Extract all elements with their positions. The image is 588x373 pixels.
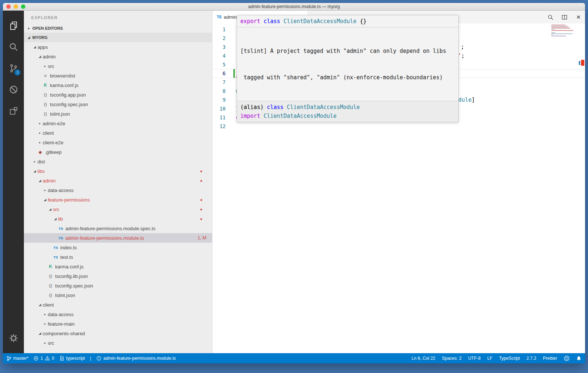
cursor-position[interactable]: Ln 6, Col 22 bbox=[412, 356, 435, 361]
tree-item-tslint.json[interactable]: {}tslint.json bbox=[24, 290, 212, 300]
tree-item-karma.conf.js[interactable]: Kkarma.conf.js bbox=[24, 262, 212, 271]
encoding-indicator[interactable]: UTF-8 bbox=[468, 356, 481, 361]
line-number[interactable]: 2 bbox=[212, 35, 226, 41]
line-number[interactable]: 8 bbox=[212, 88, 226, 94]
folder-expanded-arrow-icon: ◢ bbox=[53, 217, 58, 221]
indentation-label: Spaces: 2 bbox=[442, 356, 462, 361]
tree-item-apps[interactable]: ◢apps bbox=[24, 42, 212, 52]
close-window-button[interactable] bbox=[6, 4, 11, 9]
tree-item-admin-feature-permissions.module.spec.ts[interactable]: TSadmin-feature-permissions.module.spec.… bbox=[24, 224, 212, 233]
tslint-status[interactable]: typescript bbox=[60, 356, 85, 361]
feedback-button[interactable] bbox=[564, 355, 570, 361]
code-line-12[interactable]: 12 bbox=[212, 122, 585, 131]
workspace-label: MYORG bbox=[32, 35, 48, 40]
formatter-indicator[interactable]: Prettier bbox=[543, 356, 557, 361]
git-modified-dot: ● bbox=[200, 217, 202, 221]
tree-item-src[interactable]: ▸src bbox=[24, 338, 212, 348]
tree-item-admin-e2e[interactable]: ▸admin-e2e bbox=[24, 119, 212, 128]
tree-item-tslint.json[interactable]: {}tslint.json bbox=[24, 109, 212, 119]
formatter-label: Prettier bbox=[543, 356, 557, 361]
tree-item-label: admin-feature-permissions.module.ts bbox=[65, 235, 144, 241]
tree-item-data-access[interactable]: ▸data-access bbox=[24, 309, 212, 319]
workspace-section-header[interactable]: ◢ MYORG bbox=[24, 33, 212, 42]
search-activity-button[interactable] bbox=[3, 36, 24, 58]
tree-item-label: tslint.json bbox=[50, 111, 70, 117]
line-number[interactable]: 6 bbox=[212, 70, 226, 76]
tree-item-admin[interactable]: ◢admin bbox=[24, 52, 212, 61]
folder-collapsed-arrow-icon: ▸ bbox=[37, 131, 43, 135]
tree-item-components-shared[interactable]: ◢components-shared bbox=[24, 329, 212, 338]
folder-expanded-arrow-icon: ◢ bbox=[32, 169, 37, 173]
file-problems-indicator[interactable]: admin-feature-permissions.module.ts bbox=[96, 356, 176, 361]
line-number[interactable]: 5 bbox=[212, 62, 226, 68]
editor-actions: ✕ bbox=[547, 11, 582, 23]
tree-item-browserslist[interactable]: ≡browserslist bbox=[24, 71, 212, 80]
settings-gear-button[interactable] bbox=[3, 327, 24, 349]
tree-item-data-access[interactable]: ▸data-access bbox=[24, 185, 212, 195]
minimap-line bbox=[551, 27, 569, 28]
eol-label: LF bbox=[487, 356, 492, 361]
tree-item-label: admin bbox=[43, 54, 55, 59]
status-bar: master* 1 0 typescript bbox=[3, 353, 585, 363]
tree-item-.gitkeep[interactable]: ◆.gitkeep bbox=[24, 147, 212, 157]
problems-indicator[interactable]: 1 0 bbox=[33, 356, 54, 361]
git-branch-indicator[interactable]: master* bbox=[7, 356, 28, 361]
tree-item-src[interactable]: ◢src● bbox=[24, 204, 212, 214]
line-number[interactable]: 4 bbox=[212, 53, 226, 59]
tree-item-libs[interactable]: ◢libs● bbox=[24, 166, 212, 176]
tree-item-dist[interactable]: ▸dist bbox=[24, 157, 212, 166]
line-number[interactable]: 7 bbox=[212, 79, 226, 85]
line-number[interactable]: 11 bbox=[212, 115, 226, 120]
minimize-window-button[interactable] bbox=[14, 4, 18, 9]
line-number[interactable]: 12 bbox=[212, 123, 226, 129]
notifications-button[interactable] bbox=[576, 356, 581, 361]
ts-file-icon: TS bbox=[58, 227, 64, 231]
tree-item-test.ts[interactable]: TStest.ts bbox=[24, 252, 212, 262]
zoom-window-button[interactable] bbox=[21, 4, 25, 9]
ts-file-icon: TS bbox=[53, 255, 59, 259]
tree-item-tsconfig.spec.json[interactable]: {}tsconfig.spec.json bbox=[24, 281, 212, 290]
tree-item-client[interactable]: ▸client bbox=[24, 128, 212, 138]
tree-item-src[interactable]: ▸src bbox=[24, 61, 212, 71]
encoding-label: UTF-8 bbox=[468, 356, 481, 361]
extensions-activity-button[interactable] bbox=[3, 100, 24, 122]
tree-item-karma.conf.js[interactable]: Kkarma.conf.js bbox=[24, 80, 212, 90]
tslint-label: typescript bbox=[66, 356, 85, 361]
line-number[interactable]: 3 bbox=[212, 44, 226, 50]
line-number[interactable]: 1 bbox=[212, 26, 226, 32]
minimap[interactable] bbox=[551, 25, 577, 38]
eol-indicator[interactable]: LF bbox=[487, 356, 492, 361]
ts-version-label: 2.7.2 bbox=[527, 356, 537, 361]
line-number[interactable]: 9 bbox=[212, 97, 226, 103]
close-editor-icon[interactable]: ✕ bbox=[575, 14, 582, 21]
json-file-icon: {} bbox=[42, 112, 49, 116]
line-number[interactable]: 10 bbox=[212, 106, 226, 112]
tree-item-feature-permissions[interactable]: ◢feature-permissions● bbox=[24, 195, 212, 204]
tree-item-feature-main[interactable]: ▸feature-main bbox=[24, 319, 212, 329]
tree-item-label: apps bbox=[37, 44, 48, 50]
tree-item-client-e2e[interactable]: ▸client-e2e bbox=[24, 138, 212, 147]
hover-message-line-1: [tslint] A project tagged with "admin" c… bbox=[240, 47, 455, 55]
tree-item-tsconfig.spec.json[interactable]: {}tsconfig.spec.json bbox=[24, 99, 212, 109]
tree-item-label: test.ts bbox=[60, 254, 73, 260]
source-control-activity-button[interactable]: 3 bbox=[3, 58, 24, 79]
indentation-indicator[interactable]: Spaces: 2 bbox=[442, 356, 462, 361]
tree-item-lib[interactable]: ◢lib● bbox=[24, 214, 212, 224]
tree-item-admin[interactable]: ◢admin● bbox=[24, 176, 212, 185]
open-preview-icon[interactable] bbox=[547, 14, 554, 21]
tree-item-index.ts[interactable]: TSindex.ts bbox=[24, 243, 212, 252]
tree-item-label: src bbox=[48, 64, 54, 69]
tree-item-tsconfig.lib.json[interactable]: {}tsconfig.lib.json bbox=[24, 271, 212, 281]
tree-item-client[interactable]: ◢client bbox=[24, 300, 212, 309]
magnifier-icon bbox=[547, 14, 554, 21]
tree-item-tsconfig.app.json[interactable]: {}tsconfig.app.json bbox=[24, 90, 212, 99]
ts-version-indicator[interactable]: 2.7.2 bbox=[527, 356, 537, 361]
language-mode-indicator[interactable]: TypeScript bbox=[499, 356, 520, 361]
explorer-activity-button[interactable] bbox=[3, 15, 24, 36]
code-token: ; bbox=[461, 52, 465, 59]
branch-icon bbox=[7, 356, 11, 361]
split-editor-icon[interactable] bbox=[561, 14, 568, 21]
open-editors-section-header[interactable]: ▸ OPEN EDITORS bbox=[24, 24, 212, 33]
tree-item-admin-feature-permissions.module.ts[interactable]: TSadmin-feature-permissions.module.ts1, … bbox=[24, 233, 212, 243]
debug-activity-button[interactable] bbox=[3, 79, 24, 100]
